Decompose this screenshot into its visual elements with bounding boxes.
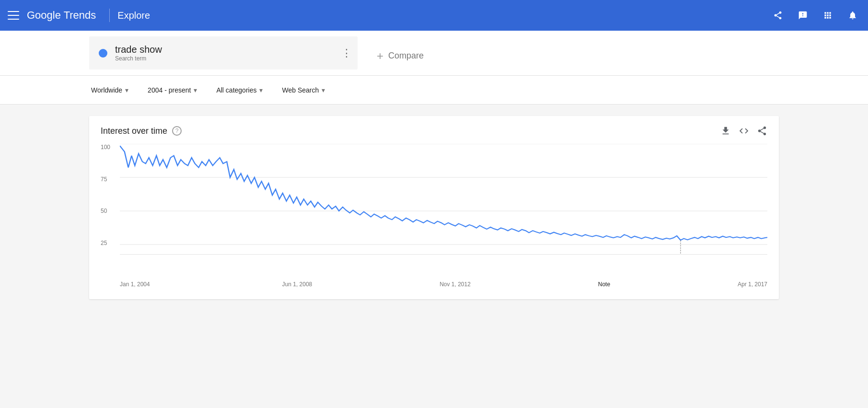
- filters-bar: Worldwide ▾ 2004 - present ▾ All categor…: [0, 76, 868, 105]
- y-label-100: 100: [101, 144, 110, 151]
- compare-button[interactable]: + Compare: [373, 46, 428, 67]
- location-filter-arrow: ▾: [125, 86, 128, 94]
- notifications-icon[interactable]: [845, 8, 860, 23]
- feedback-icon[interactable]: [795, 8, 810, 23]
- card-title-area: Interest over time ?: [101, 126, 182, 136]
- search-type-filter-label: Web Search: [282, 86, 319, 94]
- search-dot: [99, 49, 107, 58]
- logo: Google Trends: [27, 9, 96, 22]
- apps-icon[interactable]: [820, 8, 835, 23]
- x-label-jun-2008: Jun 1, 2008: [282, 281, 312, 288]
- search-type-filter[interactable]: Web Search ▾: [280, 82, 327, 98]
- y-label-50: 50: [101, 208, 110, 214]
- search-type-filter-arrow: ▾: [322, 86, 325, 94]
- share-button[interactable]: [757, 126, 767, 136]
- search-term-box: trade show Search term ⋮: [89, 36, 358, 70]
- category-filter[interactable]: All categories ▾: [214, 82, 265, 98]
- search-term-info: trade show Search term: [115, 44, 162, 62]
- app-header: Google Trends Explore: [0, 0, 868, 31]
- interest-over-time-card: Interest over time ?: [89, 116, 779, 299]
- search-term-text: trade show: [115, 44, 162, 55]
- card-header: Interest over time ?: [89, 116, 779, 144]
- card-title: Interest over time: [101, 126, 167, 136]
- search-term-type: Search term: [115, 55, 162, 62]
- share-icon[interactable]: [770, 8, 786, 23]
- time-filter[interactable]: 2004 - present ▾: [146, 82, 199, 98]
- location-filter[interactable]: Worldwide ▾: [89, 82, 130, 98]
- main-content: Interest over time ?: [0, 105, 868, 392]
- embed-button[interactable]: [739, 126, 749, 136]
- card-actions: [720, 126, 767, 136]
- chart-line: [120, 146, 767, 240]
- y-label-25: 25: [101, 240, 110, 246]
- header-actions: [770, 8, 860, 23]
- note-area: Jan 1, 2004 Jun 1, 2008 Nov 1, 2012 Note…: [120, 281, 767, 288]
- time-filter-label: 2004 - present: [148, 86, 191, 94]
- location-filter-label: Worldwide: [91, 86, 122, 94]
- compare-area: + Compare: [358, 36, 779, 75]
- x-label-nov-2012: Nov 1, 2012: [440, 281, 471, 288]
- header-divider: [109, 9, 110, 22]
- y-label-75: 75: [101, 176, 110, 183]
- help-icon[interactable]: ?: [172, 126, 182, 136]
- x-label-apr-2017: Apr 1, 2017: [738, 281, 767, 288]
- time-filter-arrow: ▾: [194, 86, 197, 94]
- compare-label: Compare: [388, 51, 424, 61]
- menu-icon[interactable]: [8, 10, 19, 21]
- note-text: Note: [598, 281, 610, 288]
- compare-plus-icon: +: [377, 49, 383, 63]
- category-filter-arrow: ▾: [259, 86, 263, 94]
- interest-chart: [120, 144, 767, 278]
- download-button[interactable]: [720, 126, 731, 136]
- x-label-jan-2004: Jan 1, 2004: [120, 281, 150, 288]
- explore-label: Explore: [117, 10, 150, 21]
- category-filter-label: All categories: [216, 86, 256, 94]
- y-axis: 100 75 50 25 0: [101, 144, 110, 278]
- chart-container: 100 75 50 25 0 Jan 1, 2004 Jun 1, 2008 N…: [89, 144, 779, 299]
- search-more-button[interactable]: ⋮: [341, 47, 352, 59]
